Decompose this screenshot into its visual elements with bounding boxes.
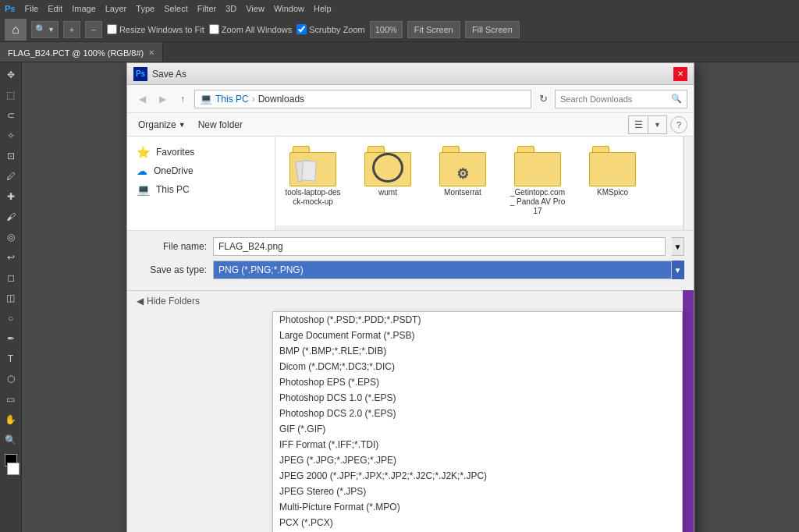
forward-button[interactable]: ▶ [154, 90, 171, 108]
scrubby-zoom-label[interactable]: Scrubby Zoom [297, 24, 365, 34]
dropdown-item-pcx[interactable]: PCX (*.PCX) [273, 515, 682, 530]
background-color[interactable] [7, 463, 20, 475]
menu-select[interactable]: Select [164, 4, 188, 13]
breadcrumb-this-pc[interactable]: This PC [215, 94, 249, 105]
wand-tool[interactable]: ✧ [2, 126, 20, 145]
folder-item-tools[interactable]: tools-laptop-des ck-mock-up [282, 143, 344, 210]
lasso-tool[interactable]: ⊂ [2, 106, 20, 125]
sidebar-favorites-label: Favorites [156, 147, 194, 158]
zoom-in-button[interactable]: + [63, 21, 80, 38]
document-tab[interactable]: FLAG_B24.PCT @ 100% (RGB/8#) ✕ [0, 42, 163, 62]
view-button[interactable]: ☰ [629, 116, 648, 133]
sidebar-onedrive-label: OneDrive [154, 165, 194, 176]
path-tool[interactable]: ⬡ [2, 370, 20, 388]
dropdown-item-jpeg2000[interactable]: JPEG 2000 (*.JPF;*.JPX;*.JP2;*.J2C;*.J2K… [273, 468, 682, 484]
filename-input[interactable] [213, 237, 666, 256]
sidebar-item-favorites[interactable]: ⭐ Favorites [127, 143, 275, 161]
dropdown-item-psd[interactable]: Photoshop (*.PSD;*.PDD;*.PSDT) [273, 312, 682, 328]
zoom-all-windows-checkbox[interactable] [209, 24, 219, 34]
help-button[interactable]: ? [670, 116, 687, 133]
menu-3d[interactable]: 3D [225, 4, 236, 13]
vertical-scrollbar[interactable]: ▲ ▼ [683, 137, 694, 230]
dialog-close-button[interactable]: ✕ [673, 67, 687, 81]
text-tool[interactable]: T [2, 349, 20, 368]
crop-tool[interactable]: ⊡ [2, 147, 20, 165]
scroll-down-button[interactable]: ▼ [684, 218, 694, 230]
menu-window[interactable]: Window [274, 4, 304, 13]
dialog-title-area: Ps Save As [133, 67, 186, 81]
hide-folders-button[interactable]: ◀ Hide Folders [127, 291, 209, 311]
move-tool[interactable]: ✥ [2, 66, 20, 84]
filename-row: File name: ▼ [137, 237, 684, 256]
search-input[interactable] [560, 94, 668, 104]
dialog-body: ⭐ Favorites ☁ OneDrive 💻 This PC [127, 137, 694, 230]
menu-ps[interactable]: Ps [5, 4, 15, 13]
menu-edit[interactable]: Edit [48, 4, 62, 13]
filetype-select[interactable]: PNG (*.PNG;*.PNG) [213, 261, 672, 279]
back-button[interactable]: ◀ [133, 90, 151, 108]
menu-type[interactable]: Type [136, 4, 154, 13]
pen-tool[interactable]: ✒ [2, 329, 20, 348]
menu-help[interactable]: Help [314, 4, 332, 13]
folder-item-wumt[interactable]: wumt [357, 143, 419, 200]
new-folder-button[interactable]: New folder [194, 116, 247, 133]
zoom-out-button[interactable]: − [85, 21, 102, 38]
gradient-tool[interactable]: ◫ [2, 289, 20, 307]
sidebar-item-onedrive[interactable]: ☁ OneDrive [127, 161, 275, 180]
dropdown-item-dicom[interactable]: Dicom (*.DCM;*.DC3;*.DIC) [273, 359, 682, 374]
filetype-dropdown-button[interactable]: ▼ [672, 261, 684, 279]
folder-icon: ⚙ [439, 146, 486, 186]
dropdown-item-gif[interactable]: GIF (*.GIF) [273, 421, 682, 437]
dropdown-item-dcs1[interactable]: Photoshop DCS 1.0 (*.EPS) [273, 390, 682, 406]
dropdown-item-jpeg[interactable]: JPEG (*.JPG;*.JPEG;*.JPE) [273, 452, 682, 468]
brush-tool[interactable]: 🖌 [2, 207, 20, 226]
dropdown-left-spacer [127, 311, 272, 532]
dodge-tool[interactable]: ○ [2, 309, 20, 328]
healing-tool[interactable]: ✚ [2, 187, 20, 206]
folder-item-montserrat[interactable]: ⚙ Montserrat [431, 143, 494, 200]
filename-dropdown-button[interactable]: ▼ [672, 237, 684, 256]
menu-image[interactable]: Image [72, 4, 96, 13]
dropdown-item-iff[interactable]: IFF Format (*.IFF;*.TDI) [273, 437, 682, 452]
organize-button[interactable]: Organize ▼ [133, 116, 190, 133]
workspace: ✥ ⬚ ⊂ ✧ ⊡ 🖊 ✚ 🖌 ◎ ↩ ◻ ◫ ○ ✒ T ⬡ ▭ ✋ 🔍 [0, 62, 799, 532]
resize-windows-label[interactable]: Resize Windows to Fit [107, 24, 204, 34]
stamp-tool[interactable]: ◎ [2, 228, 20, 246]
folder-item-getintopc[interactable]: _Getintopc.com_ Panda AV Pro 17 [506, 143, 569, 219]
scroll-up-button[interactable]: ▲ [684, 137, 694, 149]
menu-layer[interactable]: Layer [105, 4, 127, 13]
dropdown-item-eps[interactable]: Photoshop EPS (*.EPS) [273, 374, 682, 390]
menu-view[interactable]: View [246, 4, 265, 13]
history-tool[interactable]: ↩ [2, 248, 20, 267]
breadcrumb-downloads: Downloads [258, 94, 304, 105]
folder-item-kmspico[interactable]: KMSpico [581, 143, 644, 200]
zoom-input[interactable] [370, 21, 403, 38]
eyedropper-tool[interactable]: 🖊 [2, 167, 20, 186]
purple-bar-right [683, 311, 694, 532]
selection-tool[interactable]: ⬚ [2, 86, 20, 105]
dropdown-item-bmp[interactable]: BMP (*.BMP;*.RLE;*.DIB) [273, 343, 682, 359]
refresh-button[interactable]: ↻ [534, 90, 552, 108]
home-button[interactable]: ⌂ [5, 19, 27, 41]
tools-panel: ✥ ⬚ ⊂ ✧ ⊡ 🖊 ✚ 🖌 ◎ ↩ ◻ ◫ ○ ✒ T ⬡ ▭ ✋ 🔍 [0, 62, 22, 532]
ps-logo-icon: Ps [133, 67, 147, 81]
zoom-all-windows-label[interactable]: Zoom All Windows [209, 24, 292, 34]
tab-close-button[interactable]: ✕ [148, 48, 154, 57]
zoom-tool[interactable]: 🔍 [2, 431, 20, 449]
resize-windows-checkbox[interactable] [107, 24, 117, 34]
menu-file[interactable]: File [24, 4, 38, 13]
dropdown-item-mpo[interactable]: Multi-Picture Format (*.MPO) [273, 499, 682, 515]
dropdown-item-jps[interactable]: JPEG Stereo (*.JPS) [273, 484, 682, 499]
scrubby-zoom-checkbox[interactable] [297, 24, 307, 34]
dropdown-item-psb[interactable]: Large Document Format (*.PSB) [273, 328, 682, 343]
shape-tool[interactable]: ▭ [2, 390, 20, 409]
view-dropdown-button[interactable]: ▼ [648, 116, 666, 133]
menu-filter[interactable]: Filter [197, 4, 216, 13]
sidebar-item-this-pc[interactable]: 💻 This PC [127, 180, 275, 199]
fit-screen-button[interactable]: Fit Screen [407, 21, 460, 38]
dropdown-item-dcs2[interactable]: Photoshop DCS 2.0 (*.EPS) [273, 406, 682, 421]
hand-tool[interactable]: ✋ [2, 410, 20, 429]
up-button[interactable]: ↑ [174, 90, 191, 108]
fill-screen-button[interactable]: Fill Screen [465, 21, 520, 38]
eraser-tool[interactable]: ◻ [2, 268, 20, 287]
